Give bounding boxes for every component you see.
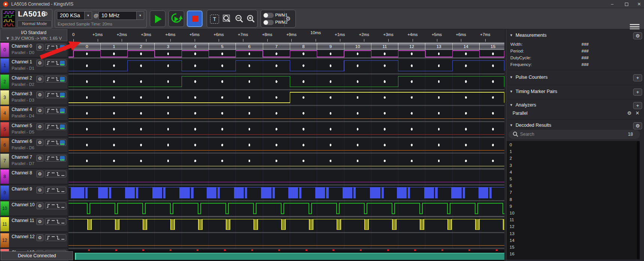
trigger-buttons[interactable] [45,234,66,241]
high-level-icon[interactable] [51,204,55,208]
low-level-icon[interactable] [61,172,65,176]
falling-edge-icon[interactable] [55,93,59,97]
trigger-buttons[interactable] [45,92,66,98]
channel-row-5[interactable]: 5Channel 5Parallel - D5⚙ [0,122,67,137]
high-level-icon[interactable] [51,77,55,81]
channel-row-7[interactable]: 7Channel 7Parallel - D7⚙ [0,153,67,168]
sample-rate-dropdown[interactable]: 10 MHz ▼ [98,11,144,20]
mode-selector[interactable]: Normal Mode [17,20,52,27]
high-level-icon[interactable] [51,219,55,224]
trigger-buttons[interactable] [45,202,66,209]
falling-edge-icon[interactable] [55,140,59,145]
decoded-result-row[interactable]: 2 [510,156,512,160]
high-level-icon[interactable] [51,61,55,65]
rising-edge-icon[interactable] [46,172,50,176]
add-analyzer-button[interactable]: + [633,102,642,109]
channel-gear-icon[interactable]: ⚙ [36,123,43,130]
high-level-icon[interactable] [51,172,55,176]
channel-row-10[interactable]: 10Channel 10⚙ [0,201,67,216]
rising-edge-icon[interactable] [46,45,50,50]
channel-row-6[interactable]: 6Channel 6Parallel - D6⚙ [0,138,67,153]
decoded-results-gear-icon[interactable]: ⚙ [633,122,642,129]
low-level-selected-indicator[interactable] [60,61,65,66]
falling-edge-icon[interactable] [55,77,59,81]
channel-row-12[interactable]: 12Channel 12⚙ [0,233,67,248]
collapse-triangle-icon[interactable]: ▼ [510,103,513,107]
trigger-buttons[interactable] [45,139,66,146]
horizontal-scrollbar-thumb[interactable] [75,253,504,260]
channel-row-3[interactable]: 3Channel 3Parallel - D3⚙ [0,90,67,105]
low-level-icon[interactable] [61,188,65,192]
analyzer-gear-icon[interactable]: ⚙ [627,110,632,116]
rising-edge-icon[interactable] [46,219,50,224]
falling-edge-icon[interactable] [56,188,60,192]
decoded-result-row[interactable]: 14 [510,238,514,243]
low-level-selected-indicator[interactable] [60,45,65,50]
pulse-counters-section[interactable]: ▼ Pulse Counters + [507,74,644,82]
text-marker-tool[interactable]: T [210,15,219,24]
low-level-icon[interactable] [61,204,65,208]
list-scrollbar[interactable] [637,141,640,260]
sample-count-dropdown[interactable]: 200 KSa ▼ [57,11,92,20]
maximize-button[interactable] [620,0,633,8]
analyzer-remove-icon[interactable]: ✕ [635,110,640,116]
chevron-down-icon[interactable]: ▼ [84,12,92,20]
zoom-in-icon[interactable] [246,14,256,24]
rising-edge-icon[interactable] [46,93,50,97]
wave-row-12[interactable] [69,233,504,249]
minimize-button[interactable]: – [606,0,619,8]
repeat-capture-button[interactable] [168,10,184,27]
channel-row-2[interactable]: 2Channel 2Parallel - D2⚙ [0,74,67,89]
falling-edge-icon[interactable] [55,124,59,129]
low-level-selected-indicator[interactable] [60,77,65,82]
falling-edge-icon[interactable] [55,156,59,160]
low-level-selected-indicator[interactable] [60,93,65,98]
falling-edge-icon[interactable] [55,108,59,113]
trigger-buttons[interactable] [45,44,66,51]
zoom-selection-tool[interactable] [222,14,233,24]
trigger-buttons[interactable] [45,60,66,66]
falling-edge-icon[interactable] [56,236,60,240]
falling-edge-icon[interactable] [56,204,60,208]
io-standard-box[interactable]: I/O Standard ▼ 3.3V CMOS -> Vth: 1.65 V [0,29,67,41]
rising-edge-icon[interactable] [46,124,50,129]
measurements-section[interactable]: ▼ Measurements ⚙ [507,32,644,40]
channel-gear-icon[interactable]: ⚙ [36,92,43,98]
channel-gear-icon[interactable]: ⚙ [36,139,43,146]
low-level-selected-indicator[interactable] [60,108,65,113]
rising-edge-icon[interactable] [46,108,50,113]
channel-gear-icon[interactable]: ⚙ [36,76,43,82]
measurements-gear-icon[interactable]: ⚙ [633,32,642,39]
high-level-icon[interactable] [51,140,55,145]
falling-edge-icon[interactable] [55,61,59,65]
falling-edge-icon[interactable] [55,45,59,50]
channel-gear-icon[interactable]: ⚙ [36,44,43,51]
rising-edge-icon[interactable] [46,188,50,192]
decoded-result-row[interactable]: 10 [510,211,514,215]
channel-row-11[interactable]: 11Channel 11⚙ [0,217,67,232]
io-standard-value[interactable]: ▼ 3.3V CMOS -> Vth: 1.65 V [0,36,67,40]
falling-edge-icon[interactable] [56,172,60,176]
rising-edge-icon[interactable] [46,140,50,145]
high-level-icon[interactable] [51,188,55,192]
channel-gear-icon[interactable]: ⚙ [36,107,43,114]
channel-gear-icon[interactable]: ⚙ [36,218,43,225]
chevron-down-icon[interactable]: ▼ [136,12,144,20]
channel-row-1[interactable]: 1Channel 1Parallel - D1⚙ [0,58,67,73]
decoded-result-row[interactable]: 1 [510,149,512,154]
high-level-icon[interactable] [51,156,55,160]
add-pulse-counter-button[interactable]: + [633,74,642,81]
close-button[interactable]: ✕ [633,0,644,8]
trigger-buttons[interactable] [45,218,66,225]
trigger-buttons[interactable] [45,187,66,194]
rising-edge-icon[interactable] [46,236,50,240]
title-bar[interactable]: LA5016 Connected - KingstVIS – ✕ [0,0,644,8]
trigger-buttons[interactable] [45,155,66,162]
decoded-result-row[interactable]: 0 [510,142,512,147]
decoded-result-row[interactable]: 7 [510,190,512,195]
decoded-result-row[interactable]: 3 [510,163,512,168]
low-level-icon[interactable] [61,236,65,240]
channel-gear-icon[interactable]: ⚙ [36,234,43,241]
rising-edge-icon[interactable] [46,61,50,65]
decoded-result-row[interactable]: 16 [510,252,514,256]
